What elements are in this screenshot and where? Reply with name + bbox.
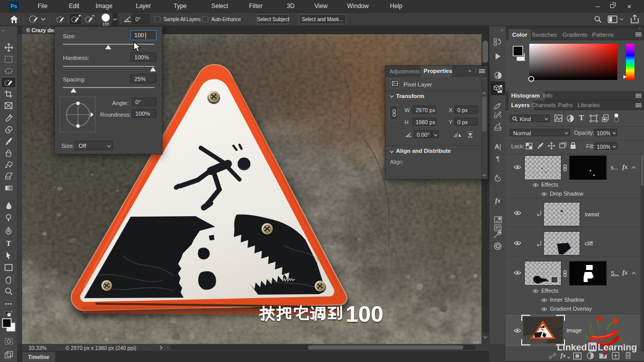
svg-text:100: 100	[102, 22, 109, 27]
svg-text:100: 100	[346, 301, 383, 327]
